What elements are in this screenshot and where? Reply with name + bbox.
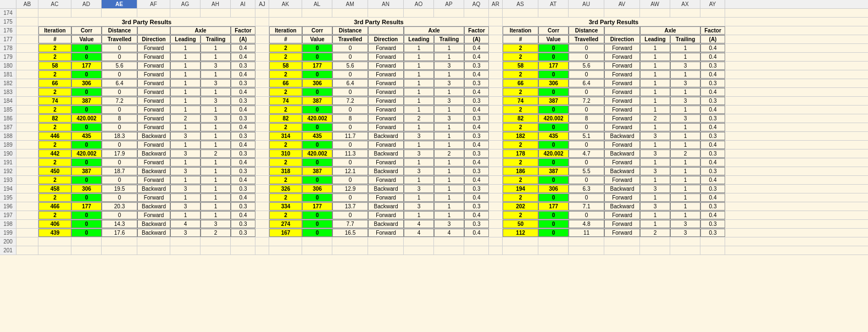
col-an[interactable]: AN <box>368 0 404 8</box>
row-192: 192 450 387 18.7 Backward 3 1 0.3 318 38… <box>0 167 868 176</box>
t3-iter-16: 194 <box>503 185 538 193</box>
t3-factor-19: 0.4 <box>700 211 725 219</box>
t1-dist-19: 0 <box>102 211 137 219</box>
t2-dist-4: 6.4 <box>332 79 368 87</box>
t1-trail-0: 1 <box>201 44 231 52</box>
t1-corr-20: 0 <box>71 220 102 228</box>
t1-iter-header: Iteration <box>38 26 71 35</box>
t1-trail-15: 1 <box>201 176 231 184</box>
t3-corr-15: 0 <box>538 176 569 184</box>
t3-trail-17: 1 <box>670 193 700 202</box>
row-179: 179 2 0 0 Forward 1 1 0.4 2 0 0 Forward … <box>0 53 868 62</box>
col-as[interactable]: AS <box>503 0 538 8</box>
col-al[interactable]: AL <box>302 0 332 8</box>
col-av[interactable]: AV <box>604 0 640 8</box>
t1-iter-18: 466 <box>38 202 71 211</box>
t3-factor-9: 0.4 <box>700 123 725 131</box>
col-ah[interactable]: AH <box>201 0 231 8</box>
col-ag[interactable]: AG <box>170 0 201 8</box>
t3-lead-16: 3 <box>640 185 670 193</box>
table3-title: 3rd Party Results <box>503 18 725 26</box>
t2-iter-6: 74 <box>269 97 302 105</box>
t3-lead-14: 3 <box>640 167 670 175</box>
t3-corr-9: 0 <box>538 123 569 131</box>
t3-corr-14: 387 <box>538 167 569 175</box>
t2-corr-5: 0 <box>302 88 332 96</box>
row-num-198: 198 <box>0 220 16 228</box>
col-ab[interactable]: AB <box>16 0 38 8</box>
t1-lead-5: 1 <box>170 88 201 96</box>
t3-iter-14: 186 <box>503 167 538 175</box>
t2-factor-19: 0.4 <box>464 211 489 219</box>
t3-corr-19: 0 <box>538 211 569 219</box>
t1-dir-header <box>137 26 170 35</box>
t1-dir-10: Backward <box>137 132 170 140</box>
t2-dir-18: Backward <box>368 202 404 211</box>
col-ai[interactable]: AI <box>231 0 255 8</box>
t1-dir-16: Backward <box>137 185 170 193</box>
t1-corr-21: 0 <box>71 229 102 237</box>
t3-dir-11: Forward <box>604 141 640 149</box>
t3-dir-2: Forward <box>604 62 640 70</box>
row-175: 175 3rd Party Results 3rd Party Results … <box>0 18 868 26</box>
col-ad[interactable]: AD <box>71 0 102 8</box>
t2-dist-10: 11.7 <box>332 132 368 140</box>
row-num-199: 199 <box>0 229 16 237</box>
row-num-177: 177 <box>0 35 16 43</box>
t2-iter-20: 274 <box>269 220 302 228</box>
t3-dist-sub: Travelled <box>569 35 604 43</box>
row-201: 201 <box>0 246 868 255</box>
t3-dir-13: Forward <box>604 158 640 167</box>
t3-factor-sub: (A) <box>700 35 725 43</box>
t3-corr-11: 0 <box>538 141 569 149</box>
t2-lead-11: 1 <box>404 141 434 149</box>
col-af[interactable]: AF <box>137 0 170 8</box>
t3-dir-17: Forward <box>604 193 640 202</box>
t2-trail-12: 2 <box>434 150 464 158</box>
col-ax[interactable]: AX <box>670 0 700 8</box>
col-at[interactable]: AT <box>538 0 569 8</box>
t3-dir-14: Backward <box>604 167 640 175</box>
row-196: 196 466 177 20.3 Backward 3 1 0.3 334 17… <box>0 202 868 211</box>
t3-dist-2: 5.6 <box>569 62 604 70</box>
t1-corr-16: 306 <box>71 185 102 193</box>
col-aq[interactable]: AQ <box>464 0 489 8</box>
t2-lead-5: 1 <box>404 88 434 96</box>
col-ar[interactable]: AR <box>489 0 503 8</box>
t2-dist-sub: Travelled <box>332 35 368 43</box>
row-num-189: 189 <box>0 141 16 149</box>
t1-dir-20: Backward <box>137 220 170 228</box>
t3-corr-17: 0 <box>538 193 569 202</box>
col-ac[interactable]: AC <box>38 0 71 8</box>
row-186: 186 82 420.002 8 Forward 2 3 0.3 82 420.… <box>0 114 868 123</box>
col-ap[interactable]: AP <box>434 0 464 8</box>
t3-factor-2: 0.3 <box>700 62 725 70</box>
col-ae[interactable]: AE <box>102 0 137 8</box>
row-176: 176 Iteration Corr Distance Axle Factor … <box>0 26 868 35</box>
t1-trail-8: 3 <box>201 114 231 123</box>
col-ao[interactable]: AO <box>404 0 434 8</box>
t1-lead-6: 1 <box>170 97 201 105</box>
t1-lead-18: 3 <box>170 202 201 211</box>
t2-trail-13: 1 <box>434 158 464 167</box>
t2-trail-sub: Trailing <box>434 35 464 43</box>
t3-factor-16: 0.3 <box>700 185 725 193</box>
col-ay[interactable]: AY <box>700 0 725 8</box>
col-aw[interactable]: AW <box>640 0 670 8</box>
row-num-175: 175 <box>0 18 16 26</box>
t2-lead-3: 1 <box>404 70 434 79</box>
col-au[interactable]: AU <box>569 0 604 8</box>
table2-title: 3rd Party Results <box>269 18 489 26</box>
t3-lead-21: 2 <box>640 229 670 237</box>
t1-axle-header: Axle <box>170 26 231 35</box>
t1-trail-7: 1 <box>201 106 231 114</box>
row-num-181: 181 <box>0 70 16 79</box>
t3-corr-21: 0 <box>538 229 569 237</box>
col-aj[interactable]: AJ <box>255 0 269 8</box>
col-am[interactable]: AM <box>332 0 368 8</box>
t3-dir-6: Forward <box>604 97 640 105</box>
t2-dir-5: Forward <box>368 88 404 96</box>
col-ak[interactable]: AK <box>269 0 302 8</box>
t2-factor-20: 0.3 <box>464 220 489 228</box>
t3-factor-18: 0.3 <box>700 202 725 211</box>
